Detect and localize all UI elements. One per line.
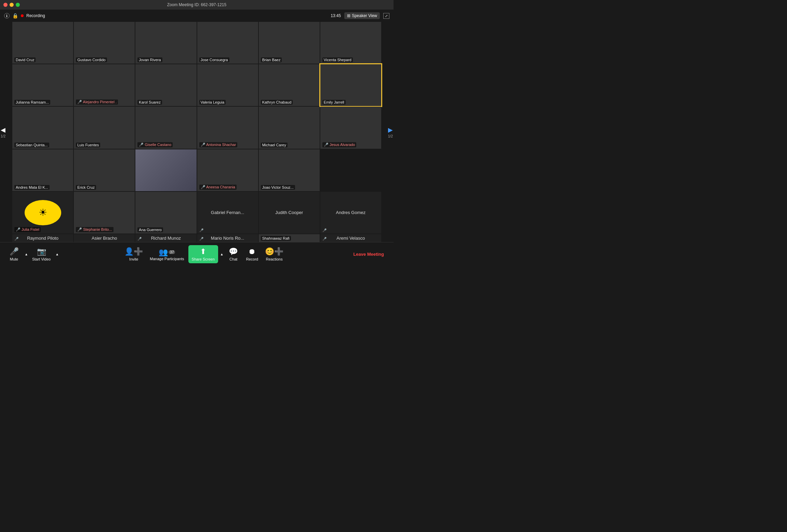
- toolbar-center-group: 👤➕ Invite 👥 37 Manage Participants ⬆ Sha…: [122, 245, 286, 263]
- participant-cell-jose-consuegra[interactable]: Jose Consuegra: [197, 22, 258, 64]
- record-button[interactable]: ⏺ Record: [243, 246, 261, 263]
- reactions-button[interactable]: 😊➕ Reactions: [262, 246, 286, 263]
- participant-cell-jovan-rivera[interactable]: Jovan Rivera: [135, 22, 196, 64]
- mute-indicator: 🎤: [137, 237, 142, 241]
- start-video-button[interactable]: 📷 Start Video: [29, 246, 53, 263]
- right-page-label: 1/2: [388, 134, 393, 138]
- grid-icon: ⊞: [347, 13, 350, 18]
- participant-cell-luis-fuentes[interactable]: Luis Fuentes: [74, 107, 135, 148]
- toolbar-right-group: Leave Meeting: [349, 250, 388, 259]
- mute-indicator: 🎤: [14, 237, 18, 241]
- participant-cell-jesus-alvarado[interactable]: 🎤 Jesus Alvarado: [320, 107, 381, 148]
- chat-button[interactable]: 💬 Chat: [225, 246, 242, 263]
- left-page-label: 1/2: [1, 134, 5, 138]
- participant-name: Erick Cruz: [76, 185, 96, 190]
- video-chevron[interactable]: ▲: [55, 252, 59, 256]
- participant-name: Gabriel Fernan...: [210, 209, 246, 216]
- reactions-label: Reactions: [266, 257, 283, 261]
- participant-name: Asier Bracho: [90, 234, 118, 242]
- participant-cell-andres-gomez[interactable]: Andres Gomez 🎤: [320, 192, 381, 234]
- participant-cell-aremi-velasco[interactable]: Aremi Velasco 🎤: [320, 234, 381, 242]
- record-label: Record: [246, 257, 258, 261]
- close-button[interactable]: [3, 3, 8, 7]
- participant-cell-julia-fistel[interactable]: ☀ 🎤 Julia Fistel: [12, 192, 73, 234]
- toolbar-left-group: 🎤 Mute ▲ 📷 Start Video ▲: [5, 246, 59, 263]
- participant-cell-judith-cooper[interactable]: Judith Cooper: [259, 192, 320, 234]
- participant-cell-joao-victor[interactable]: Joao Victor Souz...: [259, 149, 320, 191]
- left-arrow-icon: ◀: [1, 126, 5, 134]
- reactions-icon: 😊➕: [265, 247, 283, 256]
- participant-cell-david-cruz[interactable]: David Cruz: [12, 22, 73, 64]
- speaker-view-button[interactable]: ⊞ Speaker View: [344, 12, 380, 19]
- participant-name: Luis Fuentes: [76, 143, 100, 147]
- recording-dot: [21, 14, 24, 17]
- participant-cell-emily-jarrell[interactable]: Emily Jarrell: [320, 64, 381, 106]
- participant-cell-alejandro-pimentel[interactable]: 🎤 Alejandro Pimentel .: [74, 64, 135, 106]
- smiley-face: ☀: [25, 200, 61, 225]
- participant-cell-michael-carey[interactable]: Michael Carey: [259, 107, 320, 148]
- mute-indicator: 🎤: [199, 228, 203, 232]
- leave-meeting-button[interactable]: Leave Meeting: [349, 250, 388, 259]
- participant-cell-raymond-piloto[interactable]: Raymond Piloto 🎤: [12, 234, 73, 242]
- fullscreen-icon[interactable]: ⤢: [383, 13, 389, 19]
- share-chevron[interactable]: ▲: [220, 252, 224, 256]
- participant-cell-asier-bracho[interactable]: Asier Bracho: [74, 234, 135, 242]
- right-arrow-icon: ▶: [388, 126, 393, 134]
- participant-cell-aneesa-charania[interactable]: 🎤 Aneesa Charania: [197, 149, 258, 191]
- participant-cell-richard-munoz[interactable]: Richard Munoz 🎤: [135, 234, 196, 242]
- participant-cell-antonina-shachar[interactable]: 🎤 Antonina Shachar: [197, 107, 258, 148]
- participant-name: 🎤 Antonina Shachar: [199, 142, 238, 147]
- participant-name: Sebastian Quinta...: [14, 143, 49, 147]
- participant-cell-vicenta-shepard[interactable]: Vicenta Shepard: [320, 22, 381, 64]
- participant-name: Andres Gomez: [335, 209, 367, 216]
- info-icon[interactable]: ℹ: [4, 13, 10, 18]
- participant-cell-gabriel-fernan[interactable]: Gabriel Fernan... 🎤: [197, 192, 258, 234]
- topbar-right: 13:45 ⊞ Speaker View ⤢: [331, 12, 389, 19]
- recording-label: Recording: [26, 13, 45, 18]
- participant-name: Gustavo Cordido: [76, 57, 107, 62]
- meeting-id: Zoom Meeting ID: 662-397-1215: [167, 2, 226, 7]
- next-page-button[interactable]: ▶ 1/2: [388, 126, 393, 138]
- mute-chevron[interactable]: ▲: [25, 252, 28, 256]
- participant-name: David Cruz: [14, 57, 36, 62]
- participant-cell-erick-cruz[interactable]: Erick Cruz: [74, 149, 135, 191]
- video-icon: 📷: [37, 247, 46, 256]
- participant-name: 🎤 Stephanie Brito...: [76, 227, 113, 232]
- invite-button[interactable]: 👤➕ Invite: [122, 246, 146, 263]
- participant-cell-shahnawaz-rafi[interactable]: Shahnawaz Rafi: [259, 234, 320, 242]
- participant-cell-mario-noris[interactable]: Mario Noris Ro... 🎤: [197, 234, 258, 242]
- maximize-button[interactable]: [16, 3, 20, 7]
- participant-name: 🎤 Alejandro Pimentel .: [76, 99, 118, 105]
- participant-cell-stephanie-brito[interactable]: 🎤 Stephanie Brito...: [74, 192, 135, 234]
- participant-cell-karol-suarez[interactable]: Karol Suarez: [135, 64, 196, 106]
- mute-indicator: 🎤: [322, 237, 326, 241]
- participant-name: Jovan Rivera: [137, 57, 162, 62]
- mute-indicator: 🎤: [199, 237, 203, 241]
- participant-name: Vicenta Shepard: [322, 57, 353, 62]
- participant-name: Kathryn Chabaud: [261, 100, 293, 105]
- prev-page-button[interactable]: ◀ 1/2: [1, 126, 5, 138]
- toolbar: 🎤 Mute ▲ 📷 Start Video ▲ 👤➕ Invite 👥 37 …: [0, 242, 394, 266]
- participant-cell-brian-baez[interactable]: Brian Baez: [259, 22, 320, 64]
- participant-name: Andres Mata El K...: [14, 185, 50, 190]
- participant-cell-gustavo-cordido[interactable]: Gustavo Cordido: [74, 22, 135, 64]
- minimize-button[interactable]: [10, 3, 14, 7]
- participant-cell-kathryn-chabaud[interactable]: Kathryn Chabaud: [259, 64, 320, 106]
- share-screen-button[interactable]: ⬆ Share Screen: [188, 245, 218, 263]
- participant-cell-sebastian-quinta[interactable]: Sebastian Quinta...: [12, 107, 73, 148]
- manage-participants-button[interactable]: 👥 37 Manage Participants: [147, 247, 187, 262]
- participant-cell-valeria-leguia[interactable]: Valeria Leguia: [197, 64, 258, 106]
- mute-button[interactable]: 🎤 Mute: [5, 246, 23, 263]
- participant-cell-giselle-castano[interactable]: 🎤 Giselle Castano: [135, 107, 196, 148]
- mute-label: Mute: [10, 257, 18, 261]
- participant-cell-ana-guerrero[interactable]: Ana Guerrero: [135, 192, 196, 234]
- participant-name: 🎤 Aneesa Charania: [199, 185, 237, 190]
- participant-name: Valeria Leguia: [199, 100, 226, 105]
- speaker-view-label: Speaker View: [352, 13, 377, 18]
- participant-cell-julianna-ramsam[interactable]: Julianna Ramsam...: [12, 64, 73, 106]
- participant-name: Joao Victor Souz...: [261, 185, 295, 190]
- topbar: ℹ 🔒 Recording 13:45 ⊞ Speaker View ⤢: [0, 10, 394, 22]
- lock-icon: 🔒: [12, 13, 18, 18]
- participant-cell-andres-mata[interactable]: Andres Mata El K...: [12, 149, 73, 191]
- participant-name: Judith Cooper: [274, 209, 304, 216]
